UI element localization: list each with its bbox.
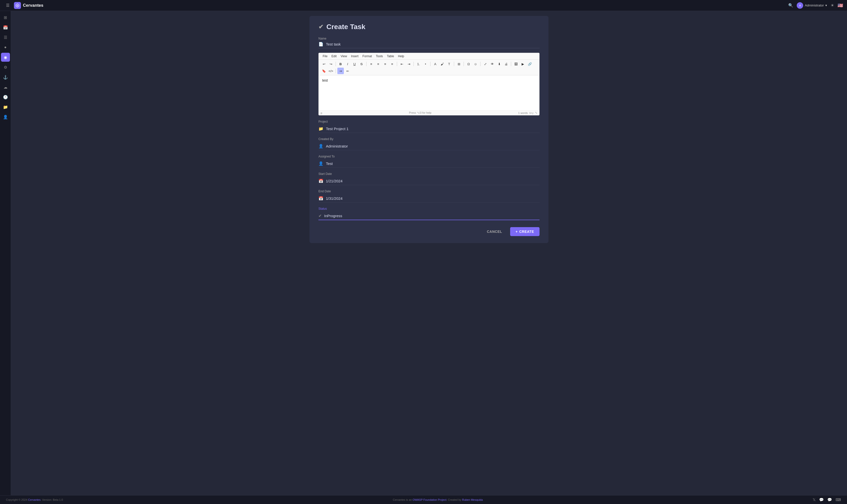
table-button[interactable]: ⊞: [455, 61, 462, 67]
toolbar-sep-5: [430, 62, 431, 66]
rich-text-editor: File Edit View Insert Format Tools Table…: [318, 53, 539, 115]
redo-button[interactable]: ↪: [328, 61, 334, 67]
flag-icon[interactable]: 🇺🇸: [837, 3, 843, 8]
undo-button[interactable]: ↩: [321, 61, 327, 67]
unordered-list-button[interactable]: •: [422, 61, 429, 67]
content-area: ✔ Create Task Name 📄 File Edit View Inse…: [11, 11, 847, 495]
status-check-icon: ✔: [318, 213, 322, 218]
preview-button[interactable]: 👁: [489, 61, 496, 67]
align-right-button[interactable]: ≡: [382, 61, 388, 67]
assigned-to-value-row[interactable]: 👤 Test: [318, 160, 539, 168]
menu-file[interactable]: File: [321, 54, 329, 58]
ltr-button[interactable]: ⇒: [338, 68, 344, 74]
editor-tag: p: [321, 111, 322, 114]
sidebar-item-grid[interactable]: ⊞: [1, 13, 10, 22]
sidebar-item-user[interactable]: 👤: [1, 112, 10, 121]
indent-button[interactable]: ⇥: [405, 61, 412, 67]
footer-owasp-link[interactable]: OWASP Foundation Project: [413, 498, 446, 501]
sidebar-item-time[interactable]: 🕐: [1, 92, 10, 102]
name-field-group: Name 📄: [318, 37, 539, 48]
sidebar-item-ship[interactable]: ⚓: [1, 73, 10, 82]
outdent-button[interactable]: ⇤: [399, 61, 405, 67]
sidebar-item-settings[interactable]: ⚙: [1, 63, 10, 72]
sidebar-item-list[interactable]: ☰: [1, 33, 10, 42]
link-button[interactable]: 🔗: [526, 61, 533, 67]
topnav: ☰ Cervantes 🔍 A Administrator ▾ ☀ 🇺🇸: [0, 0, 847, 11]
search-icon[interactable]: 🔍: [788, 3, 793, 8]
end-date-value-row[interactable]: 📅 1/31/2024: [318, 195, 539, 202]
dialog-title: ✔ Create Task: [318, 23, 539, 31]
sidebar-item-calendar[interactable]: 📅: [1, 23, 10, 32]
project-value-row[interactable]: 📁 Test Project 1: [318, 125, 539, 133]
rtl-button[interactable]: ⇐: [344, 68, 351, 74]
print-button[interactable]: 🖨: [503, 61, 509, 67]
align-left-button[interactable]: ≡: [368, 61, 375, 67]
theme-icon[interactable]: ☀: [831, 3, 834, 8]
menu-help[interactable]: Help: [396, 54, 406, 58]
assigned-to-field-group: Assigned To 👤 Test: [318, 155, 539, 168]
bg-color-button[interactable]: 🖌: [439, 61, 445, 67]
editor-text: test: [322, 78, 328, 82]
emoji-button[interactable]: ☺: [472, 61, 479, 67]
create-label: CREATE: [519, 230, 534, 234]
menu-insert[interactable]: Insert: [349, 54, 361, 58]
ordered-list-button[interactable]: 1.: [415, 61, 422, 67]
bookmark-button[interactable]: 🔖: [321, 68, 327, 74]
italic-button[interactable]: I: [344, 61, 351, 67]
editor-content-area[interactable]: test: [319, 75, 539, 110]
special-chars-button[interactable]: Ω: [465, 61, 472, 67]
footer-author-link[interactable]: Ruben Mesquida: [462, 498, 483, 501]
hamburger-menu-button[interactable]: ☰: [4, 2, 12, 9]
user-name: Administrator: [805, 3, 824, 7]
toolbar-sep-1: [335, 62, 336, 66]
code-button[interactable]: </>: [328, 68, 334, 74]
chat-icon[interactable]: 💬: [827, 498, 832, 502]
sidebar-item-dot[interactable]: ●: [1, 43, 10, 52]
menu-tools[interactable]: Tools: [374, 54, 385, 58]
resize-handle[interactable]: ⤡: [535, 111, 537, 114]
end-date-label: End Date: [318, 190, 539, 193]
media-button[interactable]: ▶: [520, 61, 526, 67]
bold-button[interactable]: B: [338, 61, 344, 67]
image-button[interactable]: 🖼: [513, 61, 519, 67]
end-date-value: 1/31/2024: [326, 196, 343, 200]
document-icon: 📄: [318, 42, 324, 47]
create-plus-icon: +: [516, 230, 518, 234]
avatar: A: [797, 2, 803, 9]
font-color-button[interactable]: A: [432, 61, 438, 67]
align-center-button[interactable]: ≡: [375, 61, 381, 67]
sidebar-item-active[interactable]: ◉: [1, 53, 10, 62]
menu-table[interactable]: Table: [385, 54, 396, 58]
status-label: Status: [318, 207, 539, 211]
create-button[interactable]: + CREATE: [510, 227, 539, 236]
status-value-row[interactable]: ✔ InProgress: [318, 212, 539, 220]
download-button[interactable]: ⬇: [496, 61, 502, 67]
sidebar-item-cloud[interactable]: ☁: [1, 83, 10, 92]
footer-social: 𝕏 💬 💬 ⌨: [813, 498, 841, 502]
page-footer: Copyright © 2024 Cervantes. Version: Bet…: [0, 495, 847, 504]
superscript-button[interactable]: T: [446, 61, 452, 67]
user-menu[interactable]: A Administrator ▾: [797, 2, 827, 9]
fullscreen-button[interactable]: ⤢: [482, 61, 488, 67]
toolbar-sep-10: [335, 69, 336, 73]
menu-edit[interactable]: Edit: [329, 54, 339, 58]
align-justify-button[interactable]: ≡: [389, 61, 395, 67]
name-input[interactable]: [326, 42, 539, 46]
discord-icon[interactable]: 💬: [819, 498, 824, 502]
twitter-icon[interactable]: 𝕏: [813, 498, 816, 502]
status-value: InProgress: [324, 214, 342, 218]
start-date-value-row[interactable]: 📅 1/21/2024: [318, 177, 539, 185]
end-date-field-group: End Date 📅 1/31/2024: [318, 190, 539, 202]
menu-format[interactable]: Format: [361, 54, 374, 58]
footer-cervantes-link[interactable]: Cervantes: [28, 498, 40, 501]
name-label: Name: [318, 37, 539, 40]
editor-menubar: File Edit View Insert Format Tools Table…: [319, 53, 539, 60]
github-icon[interactable]: ⌨: [835, 498, 841, 502]
strikethrough-button[interactable]: S: [358, 61, 365, 67]
toolbar-sep-6: [454, 62, 454, 66]
menu-view[interactable]: View: [339, 54, 349, 58]
underline-button[interactable]: U: [351, 61, 358, 67]
dialog-title-icon: ✔: [318, 23, 324, 30]
cancel-button[interactable]: CANCEL: [483, 228, 506, 236]
sidebar-item-folder[interactable]: 📁: [1, 103, 10, 111]
